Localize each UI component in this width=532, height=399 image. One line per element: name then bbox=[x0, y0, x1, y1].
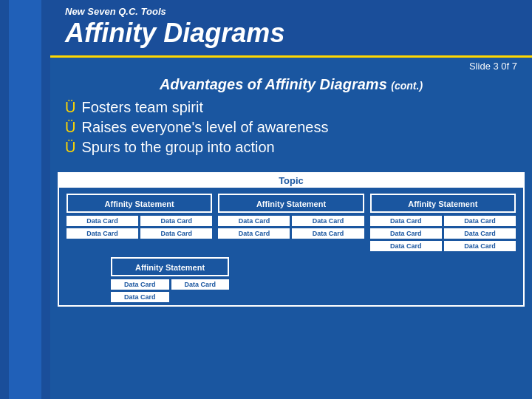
data-card: Data Card bbox=[370, 228, 442, 239]
data-card: Data Card bbox=[292, 216, 364, 226]
bottom-data-cards: Data Card Data Card Data Card bbox=[111, 279, 229, 302]
data-card: Data Card bbox=[111, 279, 169, 290]
bottom-affinity-col: Affinity Statement Data Card Data Card D… bbox=[111, 257, 229, 302]
data-card: Data Card bbox=[370, 216, 442, 226]
diagram-col-3: Affinity Statement Data Card Data Card D… bbox=[370, 194, 516, 251]
bullet-text-1: Fosters team spirit bbox=[81, 99, 202, 116]
affinity-box-1: Affinity Statement bbox=[66, 194, 212, 213]
diagram-area: Topic Affinity Statement Data Card Data … bbox=[58, 172, 525, 307]
slide-number: Slide 3 0f 7 bbox=[50, 58, 532, 72]
body-section: Advantages of Affinity Diagrams (cont.) … bbox=[50, 72, 532, 166]
topic-bar: Topic bbox=[59, 174, 523, 188]
diagram-col-2: Affinity Statement Data Card Data Card D… bbox=[218, 194, 364, 239]
diagram-col-1: Affinity Statement Data Card Data Card D… bbox=[66, 194, 212, 239]
data-card: Data Card bbox=[140, 228, 212, 239]
data-card: Data Card bbox=[444, 241, 516, 251]
main-content: New Seven Q.C. Tools Affinity Diagrams S… bbox=[50, 0, 532, 399]
affinity-box-2: Affinity Statement bbox=[218, 194, 364, 213]
diagram-columns: Affinity Statement Data Card Data Card D… bbox=[59, 188, 523, 257]
data-card: Data Card bbox=[111, 292, 169, 302]
section-title-cont: (cont.) bbox=[391, 80, 423, 92]
data-cards-col2: Data Card Data Card Data Card Data Card bbox=[218, 216, 364, 239]
bullet-arrow-1: Ü bbox=[65, 99, 75, 116]
data-card: Data Card bbox=[66, 216, 138, 226]
bottom-affinity-box: Affinity Statement bbox=[111, 257, 229, 276]
data-card: Data Card bbox=[171, 279, 230, 290]
bottom-affinity-label: Affinity Statement bbox=[135, 263, 205, 272]
bullet-text-3: Spurs to the group into action bbox=[81, 139, 274, 156]
left-decoration-inner bbox=[9, 0, 41, 399]
left-decoration bbox=[0, 0, 50, 399]
data-card: Data Card bbox=[444, 216, 516, 226]
section-title: Advantages of Affinity Diagrams (cont.) bbox=[65, 76, 517, 93]
data-card: Data Card bbox=[140, 216, 212, 226]
data-card: Data Card bbox=[292, 228, 364, 239]
section-title-text: Advantages of Affinity Diagrams bbox=[160, 76, 387, 92]
header-bar: New Seven Q.C. Tools Affinity Diagrams bbox=[50, 0, 532, 58]
data-card: Data Card bbox=[370, 241, 442, 251]
data-card: Data Card bbox=[66, 228, 138, 239]
data-cards-col3: Data Card Data Card Data Card Data Card … bbox=[370, 216, 516, 251]
bullet-item-3: Ü Spurs to the group into action bbox=[65, 139, 517, 156]
subtitle: New Seven Q.C. Tools bbox=[65, 6, 517, 17]
data-card: Data Card bbox=[218, 228, 290, 239]
affinity-box-3: Affinity Statement bbox=[370, 194, 516, 213]
bullet-arrow-3: Ü bbox=[65, 139, 75, 156]
bottom-affinity-wrapper: Affinity Statement Data Card Data Card D… bbox=[103, 257, 523, 305]
data-card: Data Card bbox=[218, 216, 290, 226]
bullet-item-2: Ü Raises everyone's level of awareness bbox=[65, 119, 517, 136]
data-card: Data Card bbox=[444, 228, 516, 239]
affinity-label-2: Affinity Statement bbox=[256, 200, 326, 208]
main-title: Affinity Diagrams bbox=[65, 18, 517, 48]
affinity-label-3: Affinity Statement bbox=[408, 200, 477, 208]
bullet-item-1: Ü Fosters team spirit bbox=[65, 99, 517, 116]
bullet-text-2: Raises everyone's level of awareness bbox=[81, 119, 328, 136]
data-cards-col1: Data Card Data Card Data Card Data Card bbox=[66, 216, 212, 239]
bullet-arrow-2: Ü bbox=[65, 119, 75, 136]
affinity-label-1: Affinity Statement bbox=[105, 200, 174, 208]
